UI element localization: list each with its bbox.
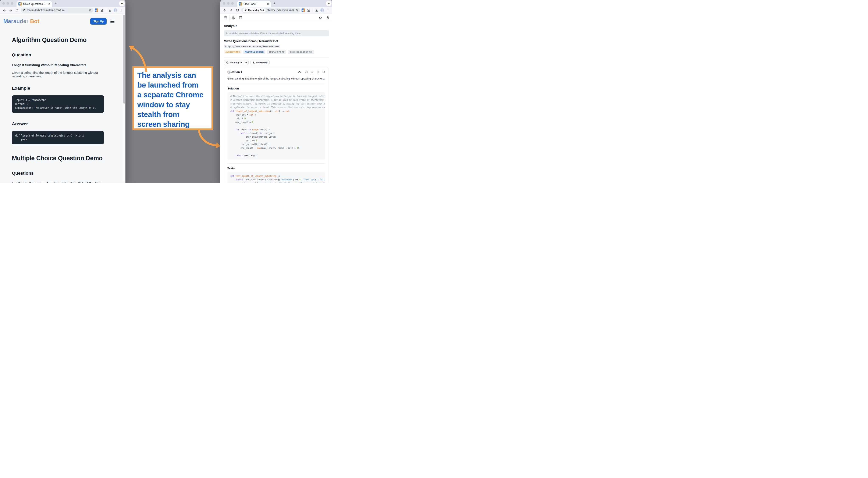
bookmark-star-icon[interactable] xyxy=(295,8,299,12)
tab-search-button[interactable] xyxy=(119,1,125,6)
question-text: Given a string, find the length of the l… xyxy=(12,71,104,78)
tab-title: Side Panel xyxy=(244,3,265,5)
analyzed-page-title: Mixed Questions Demo | Marauder Bot xyxy=(224,39,329,43)
url-text: marauderbot.com/demo-mixture xyxy=(27,9,87,12)
minimize-window-button[interactable] xyxy=(6,2,9,5)
traffic-lights[interactable] xyxy=(223,2,234,5)
questions-heading: Questions xyxy=(12,171,104,176)
tab-search-button[interactable] xyxy=(326,1,332,6)
tab-title: Mixed Questions Demo | Marauder Bot xyxy=(23,3,46,5)
announcements-megaphone-icon[interactable] xyxy=(318,16,322,20)
badge-algorithmic: ALGORITHMIC xyxy=(224,50,242,54)
question-number: 1. xyxy=(12,181,14,183)
browser-window-sidepanel: ma Side Panel ✕ + Marauder Bot chrome-ex… xyxy=(220,0,332,183)
thumbs-up-icon[interactable] xyxy=(305,70,308,73)
chrome-menu-icon[interactable] xyxy=(326,8,331,13)
question-1-text: What is the primary function of the Java… xyxy=(12,181,101,183)
account-person-icon[interactable] xyxy=(326,16,330,20)
arrow-to-right-panel xyxy=(197,129,222,149)
tab-strip: ma Mixed Questions Demo | Marauder Bot ✕… xyxy=(0,0,125,7)
browser-tab[interactable]: ma Side Panel ✕ xyxy=(237,1,271,7)
forward-icon[interactable] xyxy=(228,8,234,13)
new-tab-button[interactable]: + xyxy=(55,1,57,5)
reload-icon[interactable] xyxy=(235,8,240,13)
tab-archive-icon[interactable] xyxy=(237,14,245,22)
mc-question-1: 1.What is the primary function of the Ja… xyxy=(12,181,104,183)
site-logo[interactable]: Marauder Bot xyxy=(3,18,39,25)
profile-avatar[interactable] xyxy=(320,8,324,12)
mc-demo-heading: Multiple Choice Question Demo xyxy=(12,155,104,162)
analysis-view: Analysis AI models can make mistakes. Ch… xyxy=(220,22,332,183)
downloads-icon[interactable] xyxy=(314,8,319,13)
back-icon[interactable] xyxy=(2,8,7,13)
site-header: Marauder Bot Sign Up xyxy=(3,18,115,25)
extensions-puzzle-icon[interactable] xyxy=(99,8,104,13)
close-window-button[interactable] xyxy=(223,2,225,5)
tests-heading: Tests xyxy=(227,167,325,170)
reload-icon[interactable] xyxy=(14,8,20,13)
marauder-extension-icon[interactable]: ma xyxy=(95,8,98,12)
tab-analysis-robot-icon[interactable] xyxy=(229,14,237,22)
tab-favicon: ma xyxy=(19,2,22,5)
badge-row: ALGORITHMIC MULTIPLE CHOICE OPENAI GPT-4… xyxy=(224,50,329,54)
reanalyze-dropdown-icon[interactable] xyxy=(244,60,249,65)
scrollbar-thumb[interactable] xyxy=(123,14,125,103)
tab-browser-icon[interactable] xyxy=(222,14,229,22)
bookmark-icon[interactable] xyxy=(316,70,319,73)
solution-code-block: # The solution uses the sliding window t… xyxy=(227,92,325,160)
question-title: Longest Substring Without Repeating Char… xyxy=(12,63,104,67)
sign-up-button[interactable]: Sign Up xyxy=(90,18,106,25)
browser-window-main: ma Mixed Questions Demo | Marauder Bot ✕… xyxy=(0,0,125,183)
tab-close-icon[interactable]: ✕ xyxy=(267,3,269,5)
menu-hamburger-icon[interactable] xyxy=(111,20,115,23)
reanalyze-button[interactable]: Re-analyze xyxy=(224,60,244,65)
example-code-block: Input: s = "abcabcbb" Output: 3 Explanat… xyxy=(12,95,104,113)
question-card: Question 1 Given a string, find the leng… xyxy=(224,67,329,183)
profile-avatar[interactable] xyxy=(114,8,117,12)
desktop: ma Mixed Questions Demo | Marauder Bot ✕… xyxy=(0,0,332,183)
page-scrollbar[interactable] xyxy=(123,14,125,181)
question-text: Given a string, find the length of the l… xyxy=(227,77,325,80)
panel-title: Analysis xyxy=(224,24,329,28)
site-settings-icon[interactable] xyxy=(23,9,26,12)
extensions-puzzle-icon[interactable] xyxy=(306,8,311,13)
forward-icon[interactable] xyxy=(8,8,13,13)
demo-page: Marauder Bot Sign Up Algorithm Question … xyxy=(0,14,125,183)
zoom-window-button[interactable] xyxy=(231,2,234,5)
address-bar[interactable]: Marauder Bot chrome-extension://nhkkak..… xyxy=(241,8,300,13)
thumbs-down-icon[interactable] xyxy=(311,70,314,73)
divider xyxy=(227,84,325,84)
answer-heading: Answer xyxy=(12,121,104,126)
bookmark-slash-icon[interactable] xyxy=(322,70,325,73)
algo-demo-heading: Algorithm Question Demo xyxy=(12,36,104,43)
tab-strip: ma Side Panel ✕ + xyxy=(220,0,332,7)
extension-name-chip[interactable]: Marauder Bot xyxy=(243,8,266,12)
annotation-callout: The analysis can be launched from a sepa… xyxy=(132,66,213,130)
browser-tab[interactable]: ma Mixed Questions Demo | Marauder Bot ✕ xyxy=(17,1,52,7)
minimize-window-button[interactable] xyxy=(227,2,229,5)
marauder-extension-icon[interactable]: ma xyxy=(302,8,305,12)
new-tab-button[interactable]: + xyxy=(273,1,276,5)
traffic-lights[interactable] xyxy=(2,2,13,5)
panel-tab-bar xyxy=(220,14,332,22)
download-button[interactable]: Download xyxy=(250,60,270,65)
action-buttons: Re-analyze Download xyxy=(224,60,329,65)
chrome-menu-icon[interactable] xyxy=(119,8,124,13)
close-window-button[interactable] xyxy=(2,2,5,5)
tests-code-block: def test_length_of_longest_substring(): … xyxy=(227,172,325,183)
address-bar[interactable]: marauderbot.com/demo-mixture xyxy=(21,8,93,13)
answer-code-block: def length_of_longest_substring(s: str) … xyxy=(12,131,104,144)
browser-toolbar: marauderbot.com/demo-mixture ma xyxy=(0,7,125,14)
url-text: chrome-extension://nhkkak... xyxy=(267,9,294,12)
back-icon[interactable] xyxy=(222,8,227,13)
ai-disclaimer: AI models can make mistakes. Check the r… xyxy=(224,30,329,36)
question-heading: Question xyxy=(12,52,104,57)
collapse-chevron-up-icon[interactable] xyxy=(298,71,301,73)
tab-close-icon[interactable]: ✕ xyxy=(48,3,51,5)
annotation-text: The analysis can xyxy=(137,70,208,80)
zoom-window-button[interactable] xyxy=(11,2,13,5)
analyzed-page-url: https://www.marauderbot.com/demo-mixture xyxy=(224,45,280,48)
downloads-icon[interactable] xyxy=(107,8,112,13)
bookmark-star-icon[interactable] xyxy=(88,8,92,12)
solution-heading: Solution xyxy=(227,87,325,90)
